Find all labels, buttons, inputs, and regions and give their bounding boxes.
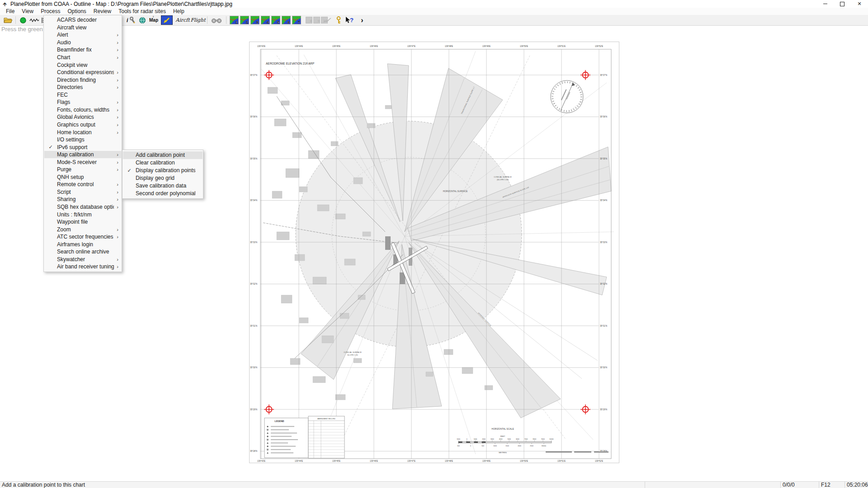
map-preset-button-8-disabled[interactable]: 8	[306, 17, 312, 23]
svg-text:139°51'E: 139°51'E	[557, 460, 566, 462]
yellow-arrow-icon	[163, 17, 171, 23]
menubar-item-tools-for-radar-sites[interactable]: Tools for radar sites	[115, 8, 170, 15]
menubar-item-process[interactable]: Process	[37, 8, 64, 15]
options-menu-item-cockpit-view[interactable]: Cockpit view	[44, 61, 121, 69]
options-menu-item-air-band-receiver-tuning[interactable]: Air band receiver tuning›	[44, 263, 121, 271]
options-menu-item-ipv6-support[interactable]: ✓IPv6 support	[44, 143, 121, 151]
submenu-arrow-icon: ›	[114, 32, 121, 38]
options-menu-item-flags[interactable]: Flags›	[44, 99, 121, 106]
submenu-item-save-calibration-data[interactable]: Save calibration data	[123, 182, 203, 190]
menubar-item-help[interactable]: Help	[170, 8, 188, 15]
menu-item-label: Skywatcher	[57, 256, 114, 263]
options-menu-item-search-online-archive[interactable]: Search online archive	[44, 248, 121, 256]
options-menu-item-beamfinder-fix[interactable]: Beamfinder fix›	[44, 46, 121, 54]
options-menu-item-global-avionics[interactable]: Global Avionics›	[44, 113, 121, 121]
submenu-arrow-icon: ›	[114, 40, 121, 45]
options-menu-item-audio[interactable]: Audio›	[44, 39, 121, 47]
menubar-item-view[interactable]: View	[18, 8, 37, 15]
setup-button[interactable]: i	[125, 15, 137, 25]
map-preset-button-6[interactable]: 6	[282, 16, 291, 24]
options-menu-item-atc-sector-frequencies[interactable]: ATC sector frequencies›	[44, 233, 121, 241]
window-controls: ✕	[816, 0, 868, 8]
signal-button[interactable]	[28, 15, 40, 25]
submenu-item-clear-calibration[interactable]: Clear calibration	[123, 159, 203, 167]
options-menu-item-mode-s-receiver[interactable]: Mode-S receiver›	[44, 158, 121, 166]
map-preset-button-5[interactable]: 5	[271, 16, 280, 24]
options-menu-item-map-calibration[interactable]: Map calibration›	[44, 151, 121, 159]
hint-text: Press the green b	[1, 26, 48, 33]
options-menu-item-waypoint-file[interactable]: Waypoint file	[44, 218, 121, 226]
options-menu-item-i-o-settings[interactable]: I/O settings	[44, 136, 121, 144]
options-menu-item-remote-control[interactable]: Remote control›	[44, 181, 121, 188]
flight-button[interactable]: Flight	[191, 15, 205, 25]
start-button[interactable]	[18, 15, 28, 25]
submenu-item-display-geo-grid[interactable]: Display geo grid	[123, 174, 203, 182]
map-preset-button-2[interactable]: 2	[240, 16, 249, 24]
options-menu-item-fonts-colours-widths[interactable]: Fonts, colours, widths›	[44, 106, 121, 114]
menubar-item-options[interactable]: Options	[64, 8, 90, 15]
options-menu-item-conditional-expressions[interactable]: Conditional expressions›	[44, 69, 121, 76]
submenu-item-display-calibration-points[interactable]: ✓Display calibration points	[123, 167, 203, 174]
options-menu-item-chart[interactable]: Chart›	[44, 54, 121, 61]
open-file-button[interactable]	[3, 15, 14, 25]
map-preset-button-1[interactable]: 1	[230, 16, 239, 24]
menubar-item-review[interactable]: Review	[90, 8, 115, 15]
submenu-arrow-icon: ›	[114, 152, 121, 157]
options-menu-item-purge[interactable]: Purge›	[44, 166, 121, 174]
status-empty-cell	[645, 482, 781, 488]
map-preset-button-4[interactable]: 4	[261, 16, 270, 24]
options-menu-item-home-location[interactable]: Home location›	[44, 128, 121, 136]
toolbar-more-button[interactable]: ›	[357, 15, 367, 25]
close-button[interactable]: ✕	[851, 0, 868, 8]
options-menu-item-aircraft-view[interactable]: Aircraft view	[44, 24, 121, 32]
chart-map[interactable]: 139°43'E139°43'E139°44'E139°44'E139°45'E…	[249, 42, 619, 463]
svg-text:35°31'N: 35°31'N	[600, 325, 607, 327]
map-preset-button-3[interactable]: 3	[250, 16, 259, 24]
options-menu-item-qnh-setup[interactable]: QNH setup	[44, 174, 121, 181]
submenu-item-second-order-polynomial-fit[interactable]: Second order polynomial fit	[123, 190, 203, 197]
key-button[interactable]	[334, 15, 344, 25]
menu-item-label: Clear calibration	[136, 160, 195, 166]
options-menu-item-direction-finding[interactable]: Direction finding›	[44, 76, 121, 84]
search-binoculars-button[interactable]	[210, 15, 223, 25]
options-menu-item-sharing[interactable]: Sharing›	[44, 196, 121, 203]
context-help-button[interactable]: ?	[344, 15, 355, 25]
options-menu-item-acars-decoder[interactable]: ACARS decoder	[44, 16, 121, 24]
globe-button[interactable]	[137, 15, 147, 25]
menu-item-label: Display geo grid	[136, 175, 195, 181]
menu-item-label: Purge	[57, 166, 114, 173]
options-menu-item-alert[interactable]: Alert›	[44, 31, 121, 39]
svg-text:139°44'E: 139°44'E	[295, 45, 303, 47]
svg-text:35°34'N: 35°34'N	[600, 199, 607, 202]
svg-text:139°51'E: 139°51'E	[557, 45, 566, 47]
map-preset-button-9-disabled[interactable]: 9	[313, 17, 320, 23]
planeplotter-window: ✈ PlanePlotter from COAA - Outline - Map…	[0, 0, 868, 488]
map-mode-button[interactable]: Map↑	[148, 15, 159, 25]
submenu-arrow-icon: ›	[114, 107, 121, 113]
options-menu-item-script[interactable]: Script›	[44, 188, 121, 196]
menubar-item-file[interactable]: File	[2, 8, 18, 15]
submenu-item-add-calibration-point[interactable]: Add calibration point	[123, 151, 203, 159]
outline-pointer-button[interactable]	[161, 15, 173, 25]
menu-item-label: Search online archive	[57, 249, 114, 255]
options-menu-item-graphics-output[interactable]: Graphics output›	[44, 121, 121, 129]
options-menu-item-directories[interactable]: Directories›	[44, 84, 121, 91]
submenu-arrow-icon: ›	[114, 77, 121, 83]
options-menu-item-skywatcher[interactable]: Skywatcher›	[44, 256, 121, 263]
options-menu-item-zoom[interactable]: Zoom›	[44, 225, 121, 233]
draw-line-button[interactable]	[322, 15, 333, 25]
key-icon	[335, 16, 342, 24]
svg-text:139°49'E: 139°49'E	[482, 460, 491, 462]
options-menu-item-units-ft-kt-nm[interactable]: Units : ft/kt/nm	[44, 211, 121, 218]
svg-text:METRES: METRES	[499, 451, 507, 454]
map-preset-button-7[interactable]: 7	[292, 16, 301, 24]
aircft-button[interactable]: Aircft	[175, 15, 190, 25]
svg-text:35°33'N: 35°33'N	[600, 241, 607, 244]
options-menu-item-sqb-hex-database-options[interactable]: SQB hex database options›	[44, 203, 121, 211]
menu-item-label: Cockpit view	[57, 62, 114, 68]
minimize-button[interactable]	[816, 0, 834, 8]
options-menu-item-airframes-login[interactable]: Airframes login	[44, 241, 121, 249]
options-menu-item-fec[interactable]: FEC	[44, 91, 121, 99]
menu-item-label: Directories	[57, 84, 114, 90]
maximize-button[interactable]	[834, 0, 851, 8]
